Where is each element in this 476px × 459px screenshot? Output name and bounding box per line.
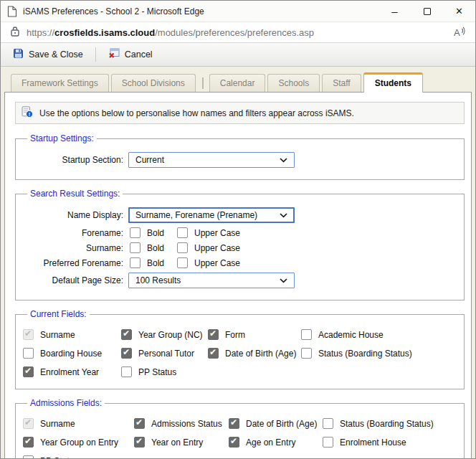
current-date-of-birth-checkbox[interactable]: Date of Birth (Age) xyxy=(208,348,301,359)
checkbox-icon xyxy=(23,455,34,459)
tab-group-divider xyxy=(202,77,204,89)
minimize-button[interactable]: – xyxy=(379,1,411,22)
maximize-button[interactable] xyxy=(411,1,443,22)
surname-bold-checkbox[interactable]: Bold xyxy=(130,242,177,253)
current-fields-fieldset: Current Fields: Surname Year Group (NC) … xyxy=(15,309,465,389)
checkbox-label: Year Group on Entry xyxy=(40,437,118,448)
preferred-forename-uppercase-checkbox[interactable]: Upper Case xyxy=(177,257,240,268)
search-result-settings-legend: Search Result Settings: xyxy=(27,189,123,199)
url-path: /modules/preferences/preferences.asp xyxy=(155,27,314,38)
startup-section-select[interactable]: Current xyxy=(128,152,295,168)
url-domain: crosfields.isams.cloud xyxy=(54,27,155,38)
toolbar-divider xyxy=(95,47,96,62)
admissions-enrolment-house-checkbox[interactable]: Enrolment House xyxy=(323,437,457,448)
search-result-settings-fieldset: Search Result Settings: Name Display: Su… xyxy=(15,189,465,301)
admissions-year-on-entry-checkbox[interactable]: Year on Entry xyxy=(134,437,229,448)
tab-staff[interactable]: Staff xyxy=(322,74,361,92)
checkbox-icon xyxy=(130,257,141,268)
page-content: Framework Settings School Divisions Cale… xyxy=(1,67,475,459)
chevron-down-icon xyxy=(280,155,287,165)
read-aloud-icon[interactable]: A xyxy=(452,27,467,38)
cancel-button[interactable]: Cancel xyxy=(102,45,159,64)
startup-settings-fieldset: Startup Settings: Startup Section: Curre… xyxy=(15,133,465,180)
admissions-pp-status-checkbox[interactable]: PP Status xyxy=(23,455,134,459)
chevron-down-icon xyxy=(280,275,287,285)
checkbox-label: Year on Entry xyxy=(151,437,203,448)
students-tab-panel: ! Use the options below to personalise h… xyxy=(4,92,472,459)
info-icon: ! xyxy=(22,106,33,120)
chevron-down-icon xyxy=(280,210,287,220)
default-page-size-select[interactable]: 100 Results xyxy=(128,273,295,288)
checkbox-label: Status (Boarding Status) xyxy=(318,349,412,359)
checkbox-icon xyxy=(301,329,312,340)
url-field[interactable]: https://crosfields.isams.cloud/modules/p… xyxy=(27,27,445,38)
surname-uppercase-checkbox[interactable]: Upper Case xyxy=(177,242,240,253)
checkbox-icon xyxy=(229,437,239,448)
close-icon: ✕ xyxy=(455,6,463,16)
checkbox-icon xyxy=(130,242,141,253)
svg-text:A: A xyxy=(454,27,460,38)
admissions-fields-grid: Surname Admissions Status Date of Birth … xyxy=(23,412,457,459)
checkbox-icon xyxy=(23,366,34,377)
startup-section-label: Startup Section: xyxy=(23,155,123,165)
checkbox-icon xyxy=(134,418,145,429)
name-display-value: Surname, Forename (Prename) xyxy=(135,210,257,220)
admissions-date-of-birth-checkbox[interactable]: Date of Birth (Age) xyxy=(229,418,323,429)
checkbox-label: Form xyxy=(225,330,245,340)
checkbox-icon xyxy=(323,418,333,429)
forename-label: Forename: xyxy=(23,228,123,238)
current-pp-status-checkbox[interactable]: PP Status xyxy=(121,366,208,377)
current-form-checkbox[interactable]: Form xyxy=(208,329,301,340)
checkbox-icon xyxy=(301,348,312,359)
tab-calendar[interactable]: Calendar xyxy=(209,74,266,92)
current-personal-tutor-checkbox[interactable]: Personal Tutor xyxy=(121,348,208,359)
cancel-icon xyxy=(108,48,120,61)
checkbox-icon xyxy=(23,348,34,359)
admissions-status-checkbox[interactable]: Admissions Status xyxy=(134,418,229,429)
checkbox-label: Bold xyxy=(147,228,164,238)
current-fields-legend: Current Fields: xyxy=(27,309,90,319)
checkbox-label: Enrolment Year xyxy=(40,367,99,377)
admissions-status-boarding-checkbox[interactable]: Status (Boarding Status) xyxy=(323,418,457,429)
forename-uppercase-checkbox[interactable]: Upper Case xyxy=(177,227,240,238)
current-enrolment-year-checkbox[interactable]: Enrolment Year xyxy=(23,366,121,377)
checkbox-icon xyxy=(208,329,219,340)
tab-school-divisions[interactable]: School Divisions xyxy=(111,74,196,92)
name-display-label: Name Display: xyxy=(23,210,123,220)
checkbox-label: PP Status xyxy=(138,367,176,377)
checkbox-icon xyxy=(23,418,34,429)
save-close-button[interactable]: Save & Close xyxy=(6,45,90,64)
checkbox-label: PP Status xyxy=(40,456,78,459)
tab-schools[interactable]: Schools xyxy=(267,74,320,92)
checkbox-label: Academic House xyxy=(318,330,384,340)
address-bar[interactable]: https://crosfields.isams.cloud/modules/p… xyxy=(1,22,475,43)
info-message: Use the options below to personalise how… xyxy=(39,108,354,118)
checkbox-icon xyxy=(121,329,132,340)
tab-framework-settings[interactable]: Framework Settings xyxy=(11,74,109,92)
checkbox-label: Bold xyxy=(147,243,164,253)
checkbox-icon xyxy=(134,437,145,448)
close-button[interactable]: ✕ xyxy=(443,1,475,22)
name-display-select[interactable]: Surname, Forename (Prename) xyxy=(128,207,295,223)
checkbox-label: Surname xyxy=(40,330,75,340)
checkbox-label: Personal Tutor xyxy=(138,349,194,359)
startup-settings-legend: Startup Settings: xyxy=(27,133,97,143)
admissions-year-group-on-entry-checkbox[interactable]: Year Group on Entry xyxy=(23,437,134,448)
checkbox-label: Enrolment House xyxy=(340,437,406,448)
admissions-age-on-entry-checkbox[interactable]: Age on Entry xyxy=(229,437,323,448)
checkbox-label: Year Group (NC) xyxy=(138,330,203,340)
current-status-boarding-checkbox[interactable]: Status (Boarding Status) xyxy=(301,348,457,359)
checkbox-icon xyxy=(208,348,219,359)
lock-icon[interactable] xyxy=(11,26,19,39)
current-boarding-house-checkbox[interactable]: Boarding House xyxy=(23,348,121,359)
preferred-forename-label: Preferred Forename: xyxy=(23,258,123,268)
svg-text:!: ! xyxy=(29,111,31,118)
preferred-forename-bold-checkbox[interactable]: Bold xyxy=(130,257,177,268)
url-scheme: https:// xyxy=(27,27,54,38)
current-year-group-nc-checkbox[interactable]: Year Group (NC) xyxy=(121,329,208,340)
tab-students[interactable]: Students xyxy=(363,72,423,93)
forename-bold-checkbox[interactable]: Bold xyxy=(130,227,177,238)
current-academic-house-checkbox[interactable]: Academic House xyxy=(301,329,457,340)
admissions-fields-legend: Admissions Fields: xyxy=(27,398,105,408)
title-bar: iSAMS Preferences - School 2 - Microsoft… xyxy=(1,1,475,22)
